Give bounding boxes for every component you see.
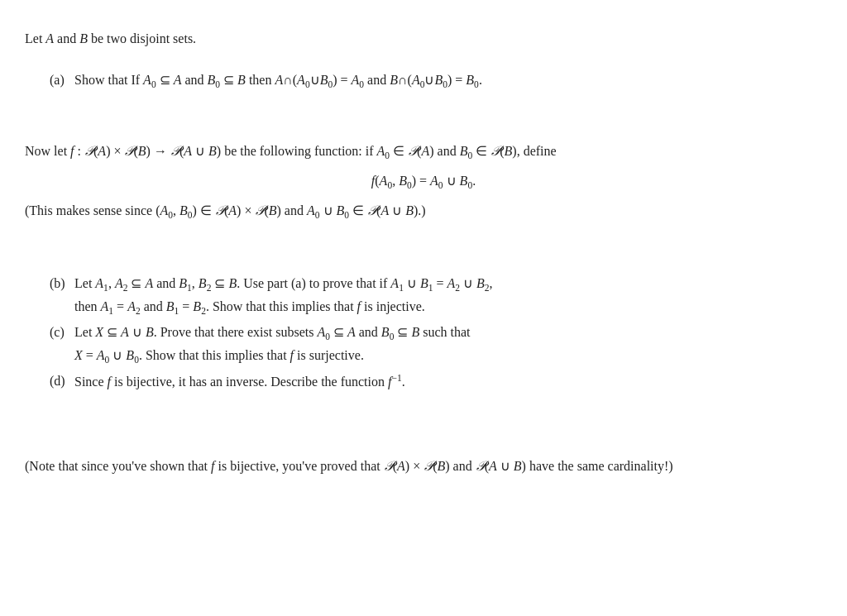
intro-text: Let A and B be two disjoint sets. [25, 31, 196, 45]
part-d-label: (d) [50, 370, 74, 392]
part-a: (a) Show that If A0 ⊆ A and B0 ⊆ B then … [25, 69, 822, 93]
now-let-paragraph: Now let f : 𝒫(A) × 𝒫(B) → 𝒫(A ∪ B) be th… [25, 141, 822, 164]
part-c-label: (c) [50, 322, 74, 343]
part-c-content: Let X ⊆ A ∪ B. Prove that there exist su… [74, 322, 822, 367]
part-a-content: Show that If A0 ⊆ A and B0 ⊆ B then A∩(A… [74, 69, 822, 93]
part-b-content: Let A1, A2 ⊆ A and B1, B2 ⊆ B. Use part … [74, 273, 822, 318]
part-c: (c) Let X ⊆ A ∪ B. Prove that there exis… [25, 322, 822, 367]
part-d-content: Since f is bijective, it has an inverse.… [74, 370, 822, 393]
note-paragraph: (Note that since you've shown that f is … [25, 456, 822, 477]
f-definition: f(A0, B0) = A0 ∪ B0. [25, 170, 822, 193]
part-d: (d) Since f is bijective, it has an inve… [25, 370, 822, 393]
part-a-label: (a) [50, 69, 74, 91]
part-b: (b) Let A1, A2 ⊆ A and B1, B2 ⊆ B. Use p… [25, 273, 822, 318]
intro-paragraph: Let A and B be two disjoint sets. [25, 28, 822, 50]
part-b-label: (b) [50, 273, 74, 294]
math-content: Let A and B be two disjoint sets. (a) Sh… [25, 20, 822, 491]
this-makes-sense: (This makes sense since (A0, B0) ∈ 𝒫(A) … [25, 200, 822, 223]
